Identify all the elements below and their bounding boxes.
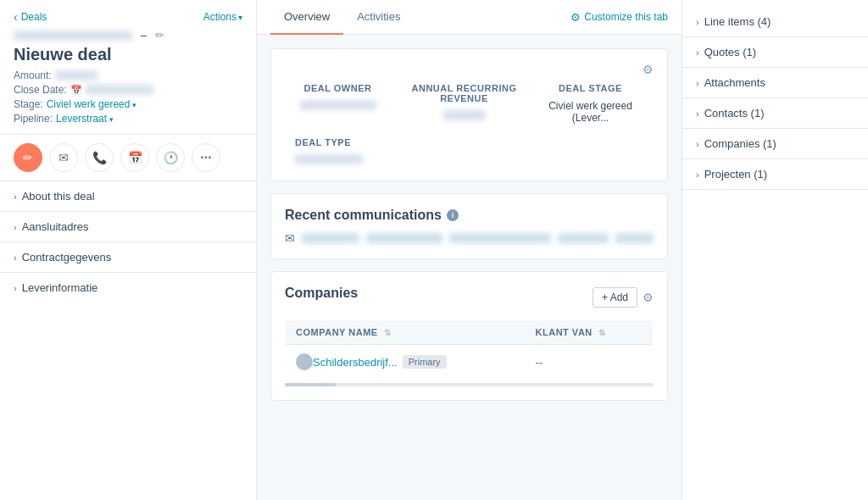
deal-header: Deals Actions – ✏ Nieuwe deal Amount: Cl… [0,0,256,135]
company-name-cell: Schildersbedrijf... Primary [286,345,526,380]
close-date-value [86,85,153,95]
leverinformatie-section[interactable]: › Leverinformatie [0,272,256,303]
companies-header: Companies + Add ⚙ [285,286,654,309]
add-company-button[interactable]: + Add [593,287,637,308]
chevron-right-icon: › [14,192,17,202]
aansluitadres-label: Aansluitadres [22,220,89,233]
tab-overview[interactable]: Overview [270,0,343,35]
chevron-right-icon: › [696,169,699,180]
deals-breadcrumb[interactable]: Deals [14,10,47,24]
right-section-line-items[interactable]: › Line items (4) [682,7,868,37]
amount-value [55,70,97,81]
annual-recurring-label: ANNUAL RECURRINGREVENUE [411,83,517,103]
table-row: Schildersbedrijf... Primary -- [286,345,654,380]
primary-badge: Primary [403,355,447,369]
contractgegevens-section[interactable]: › Contractgegevens [0,242,256,272]
companies-title: Companies [285,286,358,301]
main-inner: ⚙ DEAL OWNER ANNUAL RECURRINGREVENUE DEA… [257,35,682,414]
company-name-header: COMPANY NAME ⇅ [286,320,526,345]
comm-bar-1 [302,233,359,243]
deal-owner-stat: DEAL OWNER [285,83,401,137]
email-comm-icon: ✉ [285,231,295,245]
table-header-row: COMPANY NAME ⇅ KLANT VAN ⇅ [286,320,654,345]
quotes-label: Quotes (1) [704,46,756,58]
recent-communications-title: Recent communications i [285,208,654,223]
companies-settings-button[interactable]: ⚙ [643,291,654,304]
chevron-right-icon: › [14,253,17,263]
chevron-right-icon: › [696,78,699,88]
chevron-right-icon: › [696,47,699,58]
pipeline-row: Pipeline: Leverstraat [14,113,242,125]
meeting-button[interactable]: 📅 [120,143,149,172]
leverinformatie-label: Leverinformatie [22,281,98,294]
projecten-label: Projecten (1) [704,168,767,181]
recent-communications-card: Recent communications i ✉ [270,193,668,259]
company-avatar [296,353,313,370]
deal-type-section: DEAL TYPE [285,137,654,167]
pipeline-value[interactable]: Leverstraat [56,113,114,125]
right-section-contacts[interactable]: › Contacts (1) [682,98,868,129]
right-section-companies[interactable]: › Companies (1) [682,129,868,159]
left-sidebar: Deals Actions – ✏ Nieuwe deal Amount: Cl… [0,0,257,500]
deal-owner-label: DEAL OWNER [285,83,391,93]
sort-icon: ⇅ [598,328,606,337]
aansluitadres-section[interactable]: › Aansluitadres [0,211,256,242]
deal-type-value [295,154,363,164]
close-date-row: Close Date: 📅 [14,84,242,96]
annual-recurring-value [443,110,486,120]
attachments-label: Attachments [704,76,765,89]
more-button[interactable]: ··· [192,143,220,172]
stage-value[interactable]: Civiel werk gereed [47,98,136,110]
contacts-label: Contacts (1) [704,107,765,119]
chevron-right-icon: › [14,283,17,293]
create-task-button[interactable]: ✏ [14,143,42,172]
deal-overview-card: ⚙ DEAL OWNER ANNUAL RECURRINGREVENUE DEA… [270,48,668,181]
deal-name-blurred [14,31,132,41]
table-scroll-bar [285,383,654,386]
right-section-quotes[interactable]: › Quotes (1) [682,37,868,68]
companies-card: Companies + Add ⚙ COMPANY NAME ⇅ KLANT [270,271,668,401]
chevron-right-icon: › [696,17,699,27]
call-button[interactable]: 📞 [85,143,114,172]
about-this-deal-section[interactable]: › About this deal [0,181,256,211]
comm-bar-4 [558,233,609,243]
right-sidebar: › Line items (4) › Quotes (1) › Attachme… [682,0,868,500]
amount-row: Amount: [14,69,242,81]
tabs-bar: Overview Activities ⚙ Customize this tab [257,0,682,35]
deal-name-row: – ✏ [14,29,242,42]
companies-right-label: Companies (1) [704,137,776,150]
right-section-projecten[interactable]: › Projecten (1) [682,159,868,190]
chevron-right-icon: › [696,108,699,119]
main-content: Overview Activities ⚙ Customize this tab… [257,0,682,500]
edit-deal-name-button[interactable]: ✏ [155,29,164,42]
breadcrumb-row: Deals Actions [14,10,242,24]
companies-table: COMPANY NAME ⇅ KLANT VAN ⇅ [285,319,654,380]
klant-van-cell: -- [526,345,654,380]
action-buttons-row: ✏ ✉ 📞 📅 🕐 ··· [0,135,256,181]
deal-stage-stat: DEAL STAGE Civiel werk gereed (Lever... [527,83,654,137]
card-settings-button[interactable]: ⚙ [643,63,654,76]
sort-icon: ⇅ [384,328,392,337]
deal-stage-value: Civiel werk gereed (Lever... [537,100,643,124]
deal-title: Nieuwe deal [14,45,242,64]
calendar-icon: 📅 [70,85,82,96]
deal-stats-row: DEAL OWNER ANNUAL RECURRINGREVENUE DEAL … [285,83,654,137]
chevron-right-icon: › [696,139,699,149]
annual-recurring-stat: ANNUAL RECURRINGREVENUE [401,83,527,137]
table-scroll-indicator [285,383,336,386]
send-email-button[interactable]: ✉ [49,143,78,172]
line-items-label: Line items (4) [704,15,771,28]
company-link[interactable]: Schildersbedrijf... [313,356,398,369]
companies-actions: + Add ⚙ [593,287,654,308]
tab-activities[interactable]: Activities [343,0,414,35]
customize-tab-link[interactable]: ⚙ Customize this tab [570,11,668,24]
comm-row: ✉ [285,231,654,245]
deal-stage-label: DEAL STAGE [537,83,643,93]
deal-type-label: DEAL TYPE [295,137,643,147]
about-deal-label: About this deal [22,190,95,203]
chevron-right-icon: › [14,222,17,232]
actions-button[interactable]: Actions [203,11,242,23]
activity-button[interactable]: 🕐 [156,143,185,172]
card-gear-row: ⚙ [285,63,654,76]
right-section-attachments[interactable]: › Attachments [682,68,868,98]
